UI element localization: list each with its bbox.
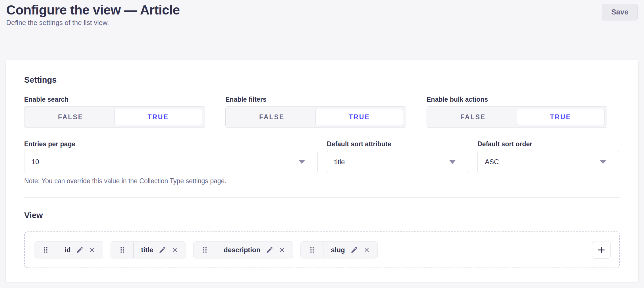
drag-handle-icon[interactable]	[194, 242, 216, 258]
page-header: Configure the view — Article Define the …	[0, 0, 644, 27]
chevron-down-icon	[600, 160, 606, 164]
field-chip-list: id title	[34, 241, 378, 258]
toggles-row: Enable search FALSE TRUE Enable filters …	[24, 95, 620, 128]
enable-filters-label: Enable filters	[225, 95, 406, 103]
page-subtitle: Define the settings of the list view.	[6, 19, 638, 27]
enable-bulk-actions-toggle[interactable]: FALSE TRUE	[427, 106, 607, 128]
default-sort-attribute-select[interactable]: title	[327, 151, 468, 173]
enable-search-toggle[interactable]: FALSE TRUE	[24, 106, 205, 128]
enable-bulk-actions-option-false[interactable]: FALSE	[429, 109, 517, 125]
enable-bulk-actions-option-true[interactable]: TRUE	[517, 109, 604, 125]
edit-icon[interactable]	[350, 246, 358, 254]
enable-bulk-actions-label: Enable bulk actions	[427, 95, 607, 103]
field-chip-id[interactable]: id	[34, 241, 103, 258]
field-enable-bulk-actions: Enable bulk actions FALSE TRUE	[427, 95, 607, 128]
enable-filters-option-true[interactable]: TRUE	[315, 109, 403, 125]
default-sort-order-value: ASC	[485, 158, 499, 166]
field-chip-slug[interactable]: slug	[300, 241, 377, 258]
field-enable-search: Enable search FALSE TRUE	[24, 95, 205, 128]
add-field-button[interactable]	[592, 241, 611, 259]
entries-per-page-select[interactable]: 10	[24, 151, 318, 173]
drag-handle-icon[interactable]	[301, 242, 323, 258]
page-title: Configure the view — Article	[6, 3, 638, 17]
drag-handle-icon[interactable]	[34, 242, 57, 258]
field-chip-label: description	[224, 246, 260, 254]
field-chip-description[interactable]: description	[193, 241, 293, 258]
remove-icon[interactable]	[171, 247, 178, 253]
field-default-sort-order: Default sort order ASC	[477, 140, 619, 173]
field-chip-title[interactable]: title	[111, 241, 186, 258]
field-default-sort-attribute: Default sort attribute title	[327, 140, 468, 173]
enable-search-option-true[interactable]: TRUE	[114, 109, 202, 125]
field-chip-label: title	[141, 246, 153, 254]
save-button[interactable]: Save	[602, 4, 638, 20]
chevron-down-icon	[449, 160, 456, 164]
field-chip-label: slug	[331, 246, 345, 254]
section-divider	[24, 197, 620, 198]
entries-per-page-value: 10	[32, 158, 39, 166]
edit-icon[interactable]	[266, 246, 273, 254]
settings-section-heading: Settings	[24, 75, 620, 85]
field-chip-label: id	[65, 246, 70, 254]
remove-icon[interactable]	[363, 247, 370, 253]
enable-filters-toggle[interactable]: FALSE TRUE	[225, 106, 406, 128]
selects-row: Entries per page 10 Note: You can overri…	[24, 140, 620, 185]
entries-per-page-label: Entries per page	[24, 140, 318, 148]
remove-icon[interactable]	[89, 247, 95, 253]
default-sort-order-select[interactable]: ASC	[477, 151, 619, 173]
default-sort-attribute-label: Default sort attribute	[327, 140, 468, 148]
chevron-down-icon	[299, 160, 305, 164]
enable-search-label: Enable search	[24, 95, 205, 103]
view-section-heading: View	[24, 211, 620, 220]
entries-per-page-note: Note: You can override this value in the…	[24, 177, 318, 185]
edit-icon[interactable]	[159, 246, 166, 254]
remove-icon[interactable]	[279, 247, 285, 253]
default-sort-order-label: Default sort order	[477, 140, 619, 148]
field-entries-per-page: Entries per page 10 Note: You can overri…	[24, 140, 318, 185]
drag-handle-icon[interactable]	[111, 242, 134, 258]
view-fields-drop-zone: id title	[24, 231, 620, 268]
enable-filters-option-false[interactable]: FALSE	[228, 109, 315, 125]
enable-search-option-false[interactable]: FALSE	[27, 109, 114, 125]
default-sort-attribute-value: title	[334, 158, 345, 166]
edit-icon[interactable]	[76, 246, 83, 254]
configuration-card: Settings Enable search FALSE TRUE Enable…	[6, 60, 638, 282]
field-enable-filters: Enable filters FALSE TRUE	[225, 95, 406, 128]
plus-icon	[597, 246, 606, 254]
